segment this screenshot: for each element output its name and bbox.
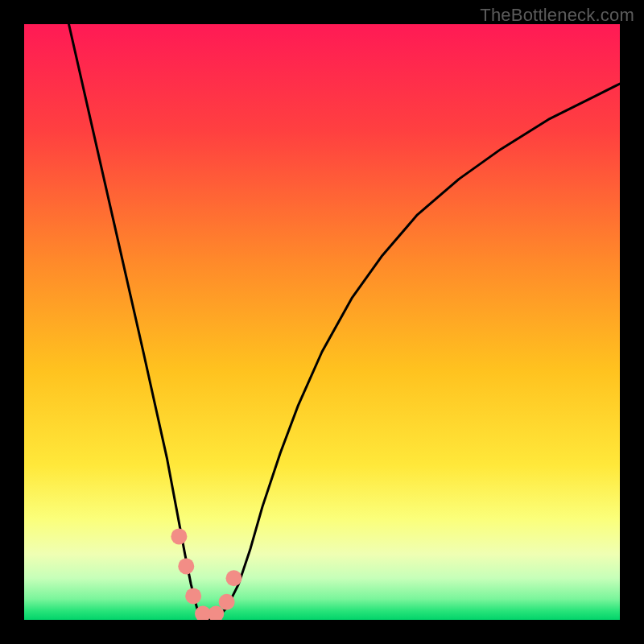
chart-frame: TheBottleneck.com (0, 0, 644, 644)
marker-point (219, 594, 235, 610)
marker-point (171, 528, 187, 544)
gradient-background (24, 24, 620, 620)
marker-point (178, 558, 194, 574)
chart-svg (24, 24, 620, 620)
watermark-text: TheBottleneck.com (480, 5, 634, 26)
marker-point (225, 570, 242, 586)
plot-area (24, 24, 620, 620)
marker-point (185, 588, 201, 604)
